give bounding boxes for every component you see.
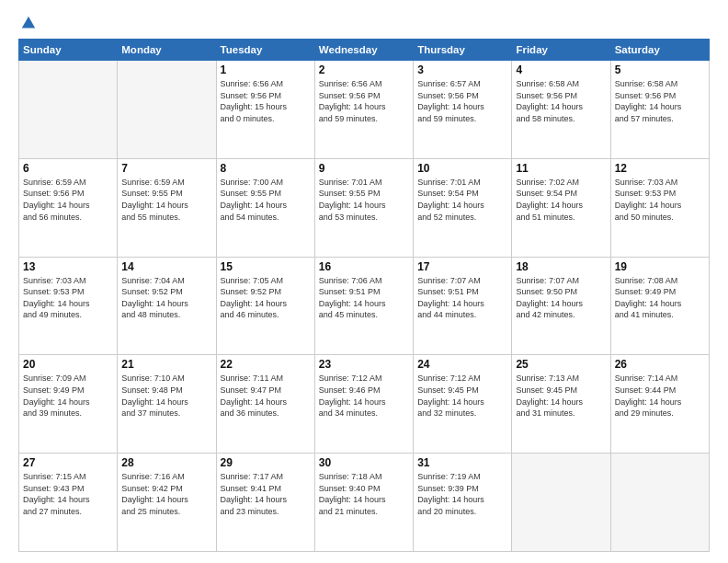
day-info: Sunrise: 6:56 AM Sunset: 9:56 PM Dayligh… <box>319 78 409 124</box>
calendar-cell: 4Sunrise: 6:58 AM Sunset: 9:56 PM Daylig… <box>512 61 610 159</box>
calendar-week-2: 6Sunrise: 6:59 AM Sunset: 9:56 PM Daylig… <box>19 158 710 257</box>
calendar-cell: 13Sunrise: 7:03 AM Sunset: 9:53 PM Dayli… <box>19 257 118 355</box>
logo <box>18 15 37 31</box>
day-info: Sunrise: 6:58 AM Sunset: 9:56 PM Dayligh… <box>615 78 705 124</box>
day-info: Sunrise: 7:07 AM Sunset: 9:50 PM Dayligh… <box>516 275 606 321</box>
calendar-cell: 23Sunrise: 7:12 AM Sunset: 9:46 PM Dayli… <box>314 355 413 454</box>
day-number: 18 <box>516 260 606 273</box>
calendar-header-monday: Monday <box>118 40 216 61</box>
day-info: Sunrise: 7:16 AM Sunset: 9:42 PM Dayligh… <box>121 471 211 517</box>
day-number: 30 <box>319 456 409 469</box>
day-info: Sunrise: 7:15 AM Sunset: 9:43 PM Dayligh… <box>23 471 113 517</box>
day-info: Sunrise: 7:01 AM Sunset: 9:55 PM Dayligh… <box>319 177 409 223</box>
calendar-cell: 17Sunrise: 7:07 AM Sunset: 9:51 PM Dayli… <box>414 257 512 355</box>
calendar-header-saturday: Saturday <box>610 40 709 61</box>
day-info: Sunrise: 7:02 AM Sunset: 9:54 PM Dayligh… <box>516 177 606 223</box>
calendar-cell: 12Sunrise: 7:03 AM Sunset: 9:53 PM Dayli… <box>610 158 709 257</box>
svg-marker-0 <box>22 17 35 29</box>
calendar-week-1: 1Sunrise: 6:56 AM Sunset: 9:56 PM Daylig… <box>19 61 710 159</box>
calendar-header-row: SundayMondayTuesdayWednesdayThursdayFrid… <box>19 40 710 61</box>
day-number: 2 <box>319 63 409 76</box>
day-info: Sunrise: 7:13 AM Sunset: 9:45 PM Dayligh… <box>516 373 606 419</box>
day-number: 20 <box>23 358 113 371</box>
day-number: 5 <box>615 63 705 76</box>
calendar-cell: 9Sunrise: 7:01 AM Sunset: 9:55 PM Daylig… <box>314 158 413 257</box>
calendar-header-friday: Friday <box>512 40 610 61</box>
day-number: 23 <box>319 358 409 371</box>
calendar-cell: 19Sunrise: 7:08 AM Sunset: 9:49 PM Dayli… <box>610 257 709 355</box>
calendar-cell: 7Sunrise: 6:59 AM Sunset: 9:55 PM Daylig… <box>118 158 216 257</box>
calendar-table: SundayMondayTuesdayWednesdayThursdayFrid… <box>18 39 710 552</box>
calendar-cell: 8Sunrise: 7:00 AM Sunset: 9:55 PM Daylig… <box>216 158 314 257</box>
day-number: 19 <box>615 260 705 273</box>
calendar-cell: 30Sunrise: 7:18 AM Sunset: 9:40 PM Dayli… <box>314 454 413 552</box>
day-number: 15 <box>221 260 311 273</box>
calendar-cell <box>610 454 709 552</box>
day-info: Sunrise: 7:06 AM Sunset: 9:51 PM Dayligh… <box>319 275 409 321</box>
calendar-cell: 10Sunrise: 7:01 AM Sunset: 9:54 PM Dayli… <box>414 158 512 257</box>
calendar-cell: 15Sunrise: 7:05 AM Sunset: 9:52 PM Dayli… <box>216 257 314 355</box>
calendar-week-5: 27Sunrise: 7:15 AM Sunset: 9:43 PM Dayli… <box>19 454 710 552</box>
calendar-cell <box>512 454 610 552</box>
calendar-cell: 31Sunrise: 7:19 AM Sunset: 9:39 PM Dayli… <box>414 454 512 552</box>
day-number: 29 <box>221 456 311 469</box>
calendar-cell: 28Sunrise: 7:16 AM Sunset: 9:42 PM Dayli… <box>118 454 216 552</box>
calendar-cell: 14Sunrise: 7:04 AM Sunset: 9:52 PM Dayli… <box>118 257 216 355</box>
day-info: Sunrise: 6:58 AM Sunset: 9:56 PM Dayligh… <box>516 78 606 124</box>
day-number: 1 <box>221 63 311 76</box>
calendar-header-wednesday: Wednesday <box>314 40 413 61</box>
day-number: 27 <box>23 456 113 469</box>
day-number: 8 <box>221 162 311 175</box>
day-info: Sunrise: 7:01 AM Sunset: 9:54 PM Dayligh… <box>417 177 507 223</box>
calendar-header-sunday: Sunday <box>19 40 118 61</box>
day-number: 10 <box>417 162 507 175</box>
calendar-cell: 25Sunrise: 7:13 AM Sunset: 9:45 PM Dayli… <box>512 355 610 454</box>
day-info: Sunrise: 7:04 AM Sunset: 9:52 PM Dayligh… <box>121 275 211 321</box>
logo-icon <box>20 15 37 31</box>
day-number: 13 <box>23 260 113 273</box>
day-info: Sunrise: 6:59 AM Sunset: 9:55 PM Dayligh… <box>121 177 211 223</box>
day-info: Sunrise: 7:05 AM Sunset: 9:52 PM Dayligh… <box>221 275 311 321</box>
calendar-cell <box>19 61 118 159</box>
day-info: Sunrise: 7:09 AM Sunset: 9:49 PM Dayligh… <box>23 373 113 419</box>
day-number: 7 <box>121 162 211 175</box>
day-number: 24 <box>417 358 507 371</box>
calendar-cell: 18Sunrise: 7:07 AM Sunset: 9:50 PM Dayli… <box>512 257 610 355</box>
day-info: Sunrise: 7:03 AM Sunset: 9:53 PM Dayligh… <box>23 275 113 321</box>
day-info: Sunrise: 7:00 AM Sunset: 9:55 PM Dayligh… <box>221 177 311 223</box>
calendar-cell: 11Sunrise: 7:02 AM Sunset: 9:54 PM Dayli… <box>512 158 610 257</box>
calendar-week-4: 20Sunrise: 7:09 AM Sunset: 9:49 PM Dayli… <box>19 355 710 454</box>
day-number: 3 <box>417 63 507 76</box>
day-info: Sunrise: 7:08 AM Sunset: 9:49 PM Dayligh… <box>615 275 705 321</box>
day-info: Sunrise: 7:12 AM Sunset: 9:46 PM Dayligh… <box>319 373 409 419</box>
calendar-cell: 3Sunrise: 6:57 AM Sunset: 9:56 PM Daylig… <box>414 61 512 159</box>
calendar-cell: 21Sunrise: 7:10 AM Sunset: 9:48 PM Dayli… <box>118 355 216 454</box>
calendar-header-tuesday: Tuesday <box>216 40 314 61</box>
day-info: Sunrise: 6:57 AM Sunset: 9:56 PM Dayligh… <box>417 78 507 124</box>
day-number: 22 <box>221 358 311 371</box>
day-number: 4 <box>516 63 606 76</box>
calendar-cell <box>118 61 216 159</box>
day-number: 25 <box>516 358 606 371</box>
day-info: Sunrise: 7:03 AM Sunset: 9:53 PM Dayligh… <box>615 177 705 223</box>
day-number: 31 <box>417 456 507 469</box>
header <box>18 15 710 31</box>
day-number: 12 <box>615 162 705 175</box>
calendar-cell: 1Sunrise: 6:56 AM Sunset: 9:56 PM Daylig… <box>216 61 314 159</box>
calendar-cell: 29Sunrise: 7:17 AM Sunset: 9:41 PM Dayli… <box>216 454 314 552</box>
day-number: 26 <box>615 358 705 371</box>
calendar-cell: 22Sunrise: 7:11 AM Sunset: 9:47 PM Dayli… <box>216 355 314 454</box>
day-number: 21 <box>121 358 211 371</box>
calendar-cell: 5Sunrise: 6:58 AM Sunset: 9:56 PM Daylig… <box>610 61 709 159</box>
day-number: 11 <box>516 162 606 175</box>
calendar-cell: 27Sunrise: 7:15 AM Sunset: 9:43 PM Dayli… <box>19 454 118 552</box>
day-number: 16 <box>319 260 409 273</box>
day-number: 17 <box>417 260 507 273</box>
calendar-cell: 26Sunrise: 7:14 AM Sunset: 9:44 PM Dayli… <box>610 355 709 454</box>
calendar-cell: 24Sunrise: 7:12 AM Sunset: 9:45 PM Dayli… <box>414 355 512 454</box>
calendar-cell: 2Sunrise: 6:56 AM Sunset: 9:56 PM Daylig… <box>314 61 413 159</box>
day-info: Sunrise: 7:17 AM Sunset: 9:41 PM Dayligh… <box>221 471 311 517</box>
day-info: Sunrise: 6:56 AM Sunset: 9:56 PM Dayligh… <box>221 78 311 124</box>
page: SundayMondayTuesdayWednesdayThursdayFrid… <box>0 0 728 563</box>
day-info: Sunrise: 7:14 AM Sunset: 9:44 PM Dayligh… <box>615 373 705 419</box>
